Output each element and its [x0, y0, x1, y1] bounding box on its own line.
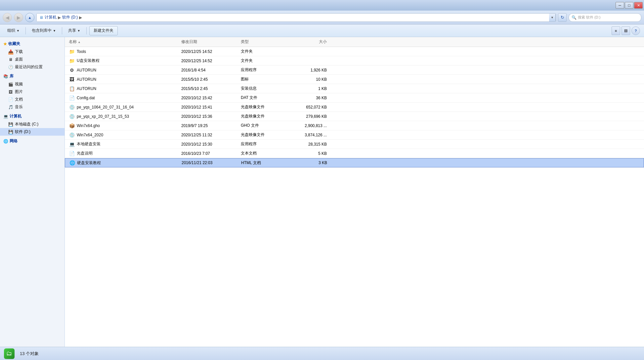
file-type-icon: 💿 — [69, 104, 75, 110]
favorites-star-icon: ★ — [3, 42, 7, 46]
file-date-cell: 2020/12/25 11:32 — [181, 133, 241, 137]
back-button[interactable]: ◀ — [3, 13, 12, 22]
library-section: 📚 库 🎬 视频 🖼 图片 📄 文档 🎵 音乐 — [0, 72, 64, 111]
file-name-cell: 📁 Tools — [69, 49, 181, 55]
address-path[interactable]: 🖥 计算机 ▶ 软件 (D:) ▶ — [37, 13, 549, 22]
table-row[interactable]: 📁 Tools 2020/12/25 14:52 文件夹 — [65, 47, 644, 56]
path-crumb-drive[interactable]: 软件 (D:) — [62, 15, 78, 20]
network-section: 🌐 网络 — [0, 137, 64, 145]
file-type-icon: 📄 — [69, 151, 75, 157]
file-name-text: Win7x64_2020 — [77, 133, 103, 137]
file-name-text: 本地硬盘安装 — [77, 141, 101, 147]
file-size-cell: 28,315 KB — [284, 142, 327, 147]
maximize-button[interactable]: □ — [625, 2, 633, 9]
file-type-icon: 💿 — [69, 113, 75, 119]
file-name-text: Win7x64.gho — [77, 123, 100, 128]
file-type-cell: DAT 文件 — [241, 95, 284, 101]
file-size-cell: 36 KB — [284, 96, 327, 100]
table-row[interactable]: ⚙ AUTORUN 2016/1/8 4:54 应用程序 1,926 KB — [65, 66, 644, 75]
recent-icon: 🕐 — [8, 65, 13, 70]
new-folder-label: 新建文件夹 — [94, 28, 113, 33]
col-name-header[interactable]: 名称 ▲ — [69, 39, 181, 45]
help-button[interactable]: ? — [631, 26, 640, 35]
refresh-button[interactable]: ↻ — [558, 13, 567, 22]
table-row[interactable]: 📄 光盘说明 2016/10/23 7:07 文本文档 5 KB — [65, 149, 644, 158]
sidebar-item-drive-c[interactable]: 💾 本地磁盘 (C:) — [0, 120, 64, 128]
file-name-text: Tools — [77, 49, 86, 54]
col-date-header[interactable]: 修改日期 — [181, 39, 241, 45]
minimize-button[interactable]: ─ — [616, 2, 624, 9]
computer-header[interactable]: 💻 计算机 — [0, 112, 64, 120]
file-name-cell: ⚙ AUTORUN — [69, 67, 181, 73]
path-crumb-computer[interactable]: 计算机 — [45, 15, 57, 20]
sidebar-item-download[interactable]: 📥 下载 — [0, 48, 64, 56]
favorites-header[interactable]: ★ 收藏夹 — [0, 40, 64, 48]
file-type-icon: 📁 — [69, 58, 75, 64]
sidebar-item-image[interactable]: 🖼 图片 — [0, 88, 64, 96]
main-container: ★ 收藏夹 📥 下载 🖥 桌面 🕐 最近访问的位置 📚 库 — [0, 37, 644, 347]
file-name-text: Config.dat — [77, 96, 95, 100]
table-row[interactable]: 🌐 硬盘安装教程 2016/11/21 22:03 HTML 文档 3 KB — [65, 158, 644, 167]
table-row[interactable]: 💿 pe_yqs_xp_20_07_31_15_53 2020/10/12 15… — [65, 112, 644, 121]
file-type-icon: 📋 — [69, 86, 75, 92]
table-row[interactable]: 💻 本地硬盘安装 2020/10/12 15:30 应用程序 28,315 KB — [65, 140, 644, 149]
library-label: 库 — [10, 73, 14, 79]
library-header[interactable]: 📚 库 — [0, 72, 64, 80]
organize-button[interactable]: 组织 ▼ — [4, 26, 23, 35]
new-folder-button[interactable]: 新建文件夹 — [89, 26, 118, 35]
close-button[interactable]: ✕ — [634, 2, 643, 9]
table-row[interactable]: 💿 Win7x64_2020 2020/12/25 11:32 光盘映像文件 3… — [65, 130, 644, 140]
titlebar: ─ □ ✕ — [0, 0, 644, 11]
status-app-icon: 🗂 — [4, 348, 15, 359]
search-icon: 🔍 — [572, 15, 577, 20]
file-date-cell: 2016/10/23 7:07 — [181, 151, 241, 156]
file-size-cell: 5 KB — [284, 151, 327, 156]
sidebar-item-docs[interactable]: 📄 文档 — [0, 96, 64, 103]
table-row[interactable]: 📋 AUTORUN 2015/5/10 2:45 安装信息 1 KB — [65, 84, 644, 93]
file-date-cell: 2020/10/12 15:36 — [181, 114, 241, 119]
col-date-label: 修改日期 — [181, 39, 197, 44]
video-icon: 🎬 — [8, 82, 13, 87]
file-type-icon: ⚙ — [69, 67, 75, 73]
include-library-button[interactable]: 包含到库中 ▼ — [28, 26, 59, 35]
file-name-cell: 📁 U盘安装教程 — [69, 58, 181, 64]
file-name-cell: 💿 pe_yqs_1064_20_07_31_16_04 — [69, 104, 181, 110]
sidebar-item-desktop[interactable]: 🖥 桌面 — [0, 56, 64, 63]
file-date-cell: 2020/10/12 15:41 — [181, 105, 241, 110]
file-name-cell: 🖼 AUTORUN — [69, 76, 181, 82]
file-name-text: 光盘说明 — [77, 151, 93, 156]
download-icon: 📥 — [8, 49, 13, 55]
sidebar-item-video[interactable]: 🎬 视频 — [0, 80, 64, 88]
toolbar-separator-1 — [25, 27, 26, 34]
table-row[interactable]: 💿 pe_yqs_1064_20_07_31_16_04 2020/10/12 … — [65, 103, 644, 112]
up-button[interactable]: ▲ — [25, 13, 34, 22]
col-type-header[interactable]: 类型 — [241, 39, 284, 45]
sidebar-item-drive-d[interactable]: 💾 软件 (D:) — [0, 128, 64, 136]
forward-button[interactable]: ▶ — [14, 13, 23, 22]
table-row[interactable]: 📁 U盘安装教程 2020/12/25 14:52 文件夹 — [65, 56, 644, 66]
col-size-header[interactable]: 大小 — [284, 39, 327, 45]
search-box[interactable]: 🔍 搜索 软件 (D:) — [569, 13, 641, 22]
file-name-text: pe_yqs_1064_20_07_31_16_04 — [77, 105, 134, 110]
share-button[interactable]: 共享 ▼ — [65, 26, 84, 35]
address-dropdown-button[interactable]: ▼ — [549, 13, 556, 22]
image-icon: 🖼 — [8, 89, 13, 95]
file-name-cell: 📄 Config.dat — [69, 95, 181, 101]
table-row[interactable]: 🖼 AUTORUN 2015/5/10 2:45 图标 10 KB — [65, 75, 644, 84]
file-size-cell: 1,926 KB — [284, 68, 327, 72]
table-row[interactable]: 📄 Config.dat 2020/10/12 15:42 DAT 文件 36 … — [65, 93, 644, 103]
file-name-text: 硬盘安装教程 — [77, 160, 101, 166]
sidebar-desktop-label: 桌面 — [15, 57, 23, 62]
file-date-cell: 2016/1/8 4:54 — [181, 68, 241, 72]
path-separator-2: ▶ — [79, 15, 82, 20]
table-row[interactable]: 📦 Win7x64.gho 2019/9/7 19:25 GHO 文件 2,90… — [65, 121, 644, 130]
sidebar-item-recent[interactable]: 🕐 最近访问的位置 — [0, 63, 64, 71]
view-details-button[interactable]: ▤ — [622, 26, 630, 35]
network-header[interactable]: 🌐 网络 — [0, 137, 64, 145]
view-toggle-button[interactable]: ≡ — [612, 26, 620, 35]
sidebar-drive-d-label: 软件 (D:) — [15, 129, 30, 135]
sidebar-item-music[interactable]: 🎵 音乐 — [0, 103, 64, 111]
include-library-chevron: ▼ — [53, 29, 56, 32]
col-size-label: 大小 — [319, 39, 327, 44]
file-date-cell: 2020/10/12 15:30 — [181, 142, 241, 147]
